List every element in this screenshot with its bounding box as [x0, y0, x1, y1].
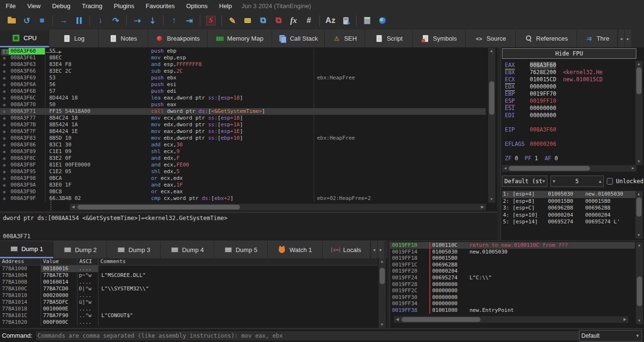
disasm-row[interactable]: ●008A3F778B4C24 18mov ecx,dword ptr ss:[…	[0, 115, 486, 121]
goto-icon[interactable]	[339, 15, 352, 26]
stack-row[interactable]: 0019FF2C00000000	[390, 287, 635, 294]
breakpoint-dot-icon[interactable]: ●	[0, 121, 9, 128]
pause-icon[interactable]	[73, 15, 85, 26]
register-row-edx[interactable]: EDX00000000	[505, 83, 635, 90]
tab-thre[interactable]: ⇉Thre	[577, 30, 618, 47]
internet-icon[interactable]	[376, 15, 389, 26]
scroll-left-icon[interactable]: ◀	[394, 316, 401, 323]
hash-icon[interactable]: #	[303, 15, 315, 26]
tab-dump-3[interactable]: Dump 3	[107, 241, 161, 258]
stack-row[interactable]: 0019FF3000000000	[390, 294, 635, 301]
patch-icon[interactable]: ✎	[226, 15, 239, 26]
scroll-right-icon[interactable]: ▶	[479, 204, 486, 210]
tab-call-stack[interactable]: Call Stack	[272, 30, 325, 47]
registers-vertical-scrollbar[interactable]: ▲ ▼	[635, 61, 643, 165]
scroll-up-icon[interactable]: ▲	[635, 61, 642, 67]
breakpoint-dot-icon[interactable]: ●	[0, 188, 9, 195]
menu-item-debug[interactable]: Debug	[46, 1, 76, 11]
dump-tab-scroll-right[interactable]: ▸	[377, 241, 384, 258]
disasm-row[interactable]: ●008A3F9F66:3B4B 02cmp cx,word ptr ds:[e…	[0, 195, 486, 202]
register-row-eip[interactable]: EIP008A3F60	[505, 126, 635, 133]
calculator-icon[interactable]	[361, 15, 373, 26]
scroll-up-icon[interactable]: ▲	[635, 191, 642, 198]
dump-row[interactable]: 77BA101C77BA7F90..°wL"CONOUT$"	[0, 312, 378, 319]
scrollbar-thumb[interactable]	[637, 276, 642, 306]
argument-count-spinner[interactable]: ▼ 5 ▲	[550, 176, 604, 187]
scrollbar-thumb[interactable]	[489, 81, 494, 115]
tab-references[interactable]: References	[516, 30, 577, 47]
register-row-eflags[interactable]: EFLAGS00000206	[505, 141, 635, 148]
scroll-down-icon[interactable]: ▼	[635, 232, 642, 239]
tab-breakpoints[interactable]: Breakpoints	[148, 30, 207, 47]
argument-row[interactable]: 2:[esp+8]000015B0000015B0	[502, 198, 636, 205]
breakpoint-dot-icon[interactable]: ●	[0, 115, 9, 121]
disasm-row[interactable]: ●008A3F7F8B4424 1Emov eax,dword ptr ss:[…	[0, 128, 486, 135]
scroll-down-icon[interactable]: ▼	[635, 158, 642, 165]
stack-row[interactable]: 0019FF3400000000	[390, 300, 635, 307]
disasm-row[interactable]: ●008A3F9D0BC8or ecx,eax	[0, 188, 486, 195]
scrollbar-thumb[interactable]	[636, 198, 642, 217]
breakpoint-dot-icon[interactable]: ●	[0, 175, 9, 182]
breakpoint-dot-icon[interactable]: ●	[0, 88, 9, 95]
menu-item-favourites[interactable]: Favourites	[140, 1, 181, 11]
dump-row[interactable]: 77BA1020000F000C....	[0, 319, 378, 326]
scroll-down-icon[interactable]: ▼	[636, 318, 643, 324]
argument-row[interactable]: 1:[esp+4]01005030new.01005030	[502, 191, 636, 198]
tab-dump-4[interactable]: Dump 4	[161, 241, 214, 258]
animate-icon[interactable]: S	[205, 15, 217, 26]
comment-icon[interactable]	[241, 15, 254, 26]
stack-row[interactable]: 0019FF2400695274L"C:\\"	[390, 275, 635, 281]
tab-notes[interactable]: Notes	[98, 30, 148, 47]
tab-watch-1[interactable]: Watch 1	[268, 241, 323, 258]
scrollbar-thumb[interactable]	[509, 166, 590, 171]
dump-vertical-scrollbar[interactable]: ▲ ▼	[379, 258, 386, 328]
tab-locals[interactable]: x=Locals	[323, 241, 371, 258]
dump-row[interactable]: 77BA100477BA7E70p~°wL"MSCOREE.DLL"	[0, 272, 378, 279]
scroll-up-icon[interactable]: ▲	[488, 48, 495, 55]
stop-icon[interactable]: ■	[36, 15, 48, 26]
stack-row[interactable]: 0019FF1C006962B8	[390, 262, 635, 268]
breakpoint-dot-icon[interactable]: ●	[0, 135, 9, 142]
run-icon[interactable]: →	[57, 15, 70, 26]
register-row-ecx[interactable]: ECX010015CDnew.010015CD	[505, 76, 635, 83]
profile-select[interactable]: Default ▼	[579, 330, 642, 342]
tab-memory-map[interactable]: Memory Map	[207, 30, 272, 47]
disasm-row[interactable]: ●008A3F6055push ebp	[0, 48, 486, 55]
breakpoint-dot-icon[interactable]: ●	[0, 142, 9, 148]
open-file-icon[interactable]	[5, 15, 18, 26]
tab-log[interactable]: Log	[49, 30, 98, 47]
breakpoint-dot-icon[interactable]: ●	[0, 75, 9, 81]
arguments-vertical-scrollbar[interactable]: ▲ ▼	[635, 191, 643, 239]
tab-dump-1[interactable]: Dump 1	[0, 241, 54, 258]
hide-fpu-button[interactable]: Hide FPU	[502, 48, 636, 59]
disasm-row[interactable]: ●008A3F8683C1 30add ecx,30	[0, 142, 486, 148]
tab-seh[interactable]: ⚠SEH	[325, 30, 365, 47]
step-into-source-icon[interactable]: ⇣	[146, 15, 159, 26]
disasm-row[interactable]: ●008A3F8F81E1 00FE0000and ecx,FE00	[0, 162, 486, 168]
breakpoint-dot-icon[interactable]: ●	[0, 148, 9, 155]
disasm-row[interactable]: ●008A3F95C1E2 05shl edx,5	[0, 168, 486, 175]
scrollbar-thumb[interactable]	[402, 317, 480, 322]
breakpoint-dot-icon[interactable]: ●	[0, 195, 9, 202]
disasm-row[interactable]: ●008A3F838B5D 10mov ebx,dword ptr ss:[eb…	[0, 135, 486, 142]
breakpoint-dot-icon[interactable]: ●	[0, 48, 9, 55]
tab-scroll-right[interactable]: ▸	[624, 30, 631, 47]
breakpoint-dot-icon[interactable]: ●	[0, 81, 9, 88]
bookmark-icon[interactable]: ⧉	[272, 15, 284, 26]
stack-row[interactable]: 0019FF1401005030new.01005030	[390, 249, 635, 255]
disasm-row[interactable]: ●008A3F71FF15 54A18A00call dword ptr ds:…	[0, 108, 486, 115]
argument-row[interactable]: 4:[esp+10]0000020400000204	[502, 212, 636, 219]
menu-item-help[interactable]: Help	[213, 1, 238, 11]
disasm-row[interactable]: ●008A3F980BCAor ecx,edx	[0, 175, 486, 182]
breakpoint-dot-icon[interactable]: ●	[0, 55, 9, 61]
breakpoint-dot-icon[interactable]: ●	[0, 108, 9, 115]
tab-symbols[interactable]: Symbols	[413, 30, 466, 47]
disasm-row[interactable]: ●008A3F6C8D4424 18lea eax,dword ptr ss:[…	[0, 95, 486, 101]
command-input[interactable]	[35, 331, 580, 341]
scroll-down-icon[interactable]: ▼	[488, 196, 495, 203]
stack-row[interactable]: 0019FF18000015B0	[390, 255, 635, 262]
disasm-row[interactable]: ●008A3F6B57push edi	[0, 88, 486, 95]
execute-till-return-icon[interactable]: ↑	[168, 15, 180, 26]
step-into-icon[interactable]: ↓	[94, 15, 107, 26]
tab-scroll-left[interactable]: ◂	[618, 30, 624, 47]
